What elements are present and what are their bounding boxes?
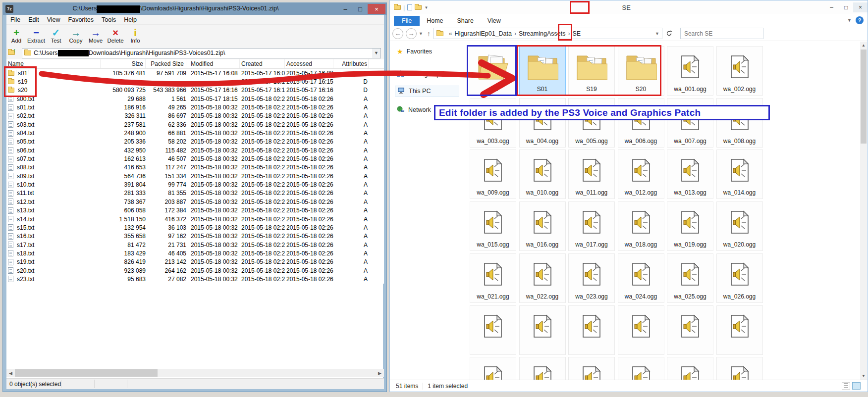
- grid-item-wa_025.ogg[interactable]: wa_025.ogg: [667, 253, 713, 303]
- archive-row-s13.txt[interactable]: s13.txt606 058172 3842015-05-18 00:32201…: [6, 206, 384, 215]
- archive-row-s09.txt[interactable]: s09.txt564 736151 3342015-05-18 00:32201…: [6, 172, 384, 180]
- menu-item-help[interactable]: Help: [120, 16, 141, 23]
- menu-item-view[interactable]: View: [43, 16, 64, 23]
- up-button[interactable]: ↑: [427, 30, 431, 38]
- archive-row-s04.txt[interactable]: s04.txt248 90066 8812015-05-18 00:322015…: [6, 129, 384, 137]
- grid-item-partial[interactable]: [519, 305, 566, 355]
- scrollbar-thumb[interactable]: [861, 50, 867, 144]
- archive-row-s03.txt[interactable]: s03.txt237 58162 3362015-05-18 00:322015…: [6, 120, 384, 129]
- large-icons-view-icon[interactable]: [852, 382, 861, 390]
- column-header-created[interactable]: Created: [240, 59, 285, 68]
- close-button[interactable]: ×: [368, 4, 385, 14]
- menu-item-tools[interactable]: Tools: [98, 16, 120, 23]
- archive-row-s01[interactable]: s01105 376 48197 591 7092015-05-17 16:08…: [6, 69, 384, 77]
- grid-item-wa_022.ogg[interactable]: wa_022.ogg: [519, 253, 566, 303]
- archive-row-s07.txt[interactable]: s07.txt162 61346 5072015-05-18 00:322015…: [6, 154, 384, 163]
- breadcrumb-root[interactable]: «: [449, 30, 452, 37]
- info-button[interactable]: iInfo: [125, 25, 145, 47]
- archive-row-s20.txt[interactable]: s20.txt923 089264 1622015-05-18 00:32201…: [6, 266, 384, 275]
- chevron-down-icon[interactable]: ▼: [424, 5, 428, 10]
- refresh-icon[interactable]: [663, 28, 675, 39]
- test-button[interactable]: ✓Test: [46, 25, 66, 47]
- grid-item-partial[interactable]: [667, 305, 713, 355]
- copy-button[interactable]: →Copy: [66, 25, 86, 47]
- sevenzip-titlebar[interactable]: 7z C:\Users\Downloads\Higurashi\Higurash…: [3, 3, 386, 15]
- ribbon-tab-view[interactable]: View: [481, 16, 508, 26]
- menu-item-file[interactable]: File: [6, 16, 24, 23]
- grid-item-S19[interactable]: S19: [568, 46, 615, 96]
- grid-item-wa_009.ogg[interactable]: wa_009.ogg: [470, 149, 516, 199]
- archive-row-s02.txt[interactable]: s02.txt326 31186 6972015-05-18 00:322015…: [6, 112, 384, 120]
- move-button[interactable]: →Move: [86, 25, 106, 47]
- scroll-down-icon[interactable]: ▼: [860, 372, 867, 380]
- archive-row-s19.txt[interactable]: s19.txt826 419213 1422015-05-18 00:32201…: [6, 258, 384, 266]
- archive-row-s11.txt[interactable]: s11.txt281 33381 3552015-05-18 00:322015…: [6, 189, 384, 198]
- archive-row-s08.txt[interactable]: s08.txt416 653117 2472015-05-18 00:32201…: [6, 163, 384, 172]
- column-header-modified[interactable]: Modified: [186, 59, 240, 68]
- chevron-down-icon[interactable]: ▼: [372, 49, 380, 58]
- archive-row-s15.txt[interactable]: s15.txt132 95436 1032015-05-18 00:322015…: [6, 223, 384, 232]
- archive-row-s20[interactable]: s20580 093 725543 383 9662015-05-17 16:1…: [6, 86, 384, 95]
- chevron-down-icon[interactable]: ▼: [652, 31, 662, 36]
- search-input[interactable]: [681, 30, 761, 37]
- details-view-icon[interactable]: [842, 382, 850, 390]
- scroll-right-icon[interactable]: ▶: [376, 369, 384, 377]
- archive-row-s10.txt[interactable]: s10.txt391 80499 7742015-05-18 00:322015…: [6, 180, 384, 189]
- archive-row-s23.txt[interactable]: s23.txt95 68327 0822015-05-18 00:322015-…: [6, 275, 384, 283]
- delete-button[interactable]: ×Delete: [106, 25, 125, 47]
- sidebar-item-homegroup[interactable]: Homegroup: [395, 69, 442, 80]
- maximize-button[interactable]: □: [839, 2, 853, 12]
- grid-item-wa_010.ogg[interactable]: wa_010.ogg: [519, 149, 566, 199]
- grid-item-wa_001.ogg[interactable]: wa_001.ogg: [667, 46, 713, 96]
- grid-item-S01[interactable]: S01: [519, 46, 566, 96]
- minimize-button[interactable]: –: [338, 4, 353, 14]
- maximize-button[interactable]: □: [353, 4, 368, 14]
- grid-item-partial[interactable]: [568, 305, 615, 355]
- grid-item-wa_024.ogg[interactable]: wa_024.ogg: [618, 253, 664, 303]
- folder-icon[interactable]: [415, 5, 422, 10]
- archive-row-s01.txt[interactable]: s01.txt186 91649 2652015-05-18 00:322015…: [6, 103, 384, 111]
- breadcrumb-se[interactable]: SE: [572, 30, 581, 37]
- address-combobox[interactable]: C:\UsersDownloads\Higurashi\HigurashiPS3…: [22, 48, 381, 58]
- grid-item-partial[interactable]: [716, 305, 763, 355]
- ribbon-expand-icon[interactable]: ▼: [847, 18, 852, 23]
- grid-item-S20[interactable]: S20: [618, 46, 664, 96]
- scroll-up-icon[interactable]: ▲: [860, 42, 867, 49]
- parent-folder-button[interactable]: ↑: [8, 48, 20, 58]
- grid-item-wa_014.ogg[interactable]: wa_014.ogg: [716, 149, 763, 199]
- grid-item-wa_026.ogg[interactable]: wa_026.ogg: [716, 253, 763, 303]
- ribbon-tab-share[interactable]: Share: [450, 16, 481, 26]
- breadcrumb-streamingassets[interactable]: StreamingAssets: [519, 30, 565, 37]
- grid-item-wa_012.ogg[interactable]: wa_012.ogg: [618, 149, 664, 199]
- forward-button[interactable]: →: [406, 28, 417, 39]
- grid-item-wa_016.ogg[interactable]: wa_016.ogg: [519, 201, 566, 251]
- sidebar-item-favorites[interactable]: ★Favorites: [395, 46, 434, 57]
- grid-item-partial[interactable]: [470, 357, 516, 380]
- grid-item-wa_002.ogg[interactable]: wa_002.ogg: [716, 46, 763, 96]
- extract-button[interactable]: −Extract: [26, 25, 46, 47]
- grid-item-partial[interactable]: [519, 357, 566, 380]
- scroll-left-icon[interactable]: ◀: [6, 369, 15, 377]
- grid-item-wa_011.ogg[interactable]: wa_011.ogg: [568, 149, 615, 199]
- search-box[interactable]: [680, 28, 763, 39]
- column-header-attributes[interactable]: Attributes: [333, 59, 369, 68]
- column-header-name[interactable]: Name: [6, 59, 101, 68]
- add-button[interactable]: +Add: [6, 25, 26, 47]
- explorer-titlebar[interactable]: | ▼ SE – □ ×: [390, 0, 868, 14]
- recent-locations-icon[interactable]: ▼: [419, 31, 423, 36]
- ribbon-tab-home[interactable]: Home: [420, 16, 450, 26]
- grid-item-partial[interactable]: [618, 357, 664, 380]
- column-header-size[interactable]: Size: [101, 59, 146, 68]
- archive-row-s06.txt[interactable]: s06.txt432 950115 4822015-05-18 00:32201…: [6, 146, 384, 154]
- horizontal-scrollbar[interactable]: ◀ ▶: [6, 369, 384, 377]
- grid-item-partial[interactable]: [716, 357, 763, 380]
- column-header-packed-size[interactable]: Packed Size: [146, 59, 186, 68]
- menu-item-favorites[interactable]: Favorites: [64, 16, 98, 23]
- scrollbar-thumb[interactable]: [15, 369, 158, 377]
- grid-item-partial[interactable]: [470, 305, 516, 355]
- grid-item-wa_018.ogg[interactable]: wa_018.ogg: [618, 201, 664, 251]
- archive-row-s05.txt[interactable]: s05.txt205 33658 2022015-05-18 00:322015…: [6, 138, 384, 146]
- grid-item-partial[interactable]: [667, 357, 713, 380]
- archive-row-s14.txt[interactable]: s14.txt1 518 150416 3722015-05-18 00:322…: [6, 215, 384, 223]
- archive-row-s18.txt[interactable]: s18.txt183 42946 4052015-05-18 00:322015…: [6, 249, 384, 257]
